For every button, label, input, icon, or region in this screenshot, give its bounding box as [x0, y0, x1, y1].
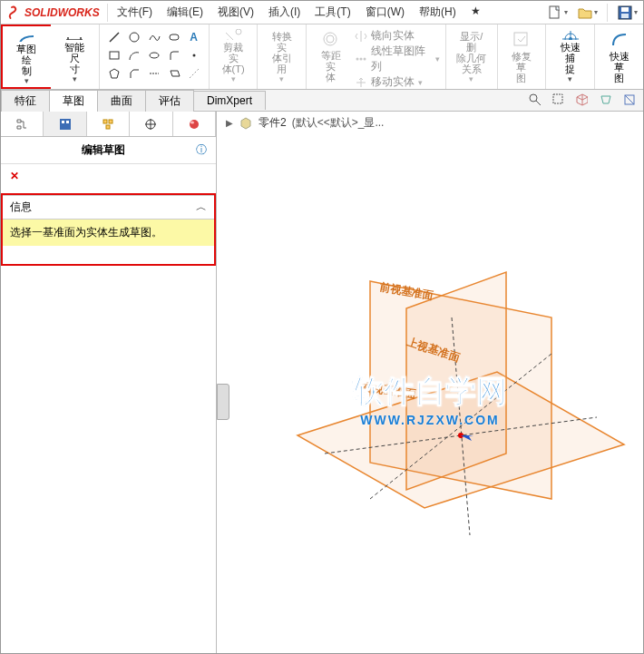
property-manager-tab[interactable]	[44, 112, 86, 136]
tab-dimxpert[interactable]: DimXpert	[193, 91, 266, 110]
qat-save-button[interactable]: ▾	[615, 3, 639, 23]
quick-sketch-button[interactable]: 快速草 图	[600, 26, 638, 86]
trim-icon	[222, 29, 244, 40]
zoom-area-button[interactable]	[549, 92, 567, 108]
convert-entities-button[interactable]: 转换实 体引用 ▾	[263, 26, 300, 86]
svg-point-38	[190, 120, 199, 129]
offset-entities-button[interactable]: 等距实 体	[312, 26, 349, 86]
right-plane[interactable]	[406, 272, 506, 490]
tab-feature[interactable]: 特征	[1, 90, 50, 112]
svg-line-5	[110, 33, 119, 42]
point-tool[interactable]	[185, 47, 203, 63]
property-manager-panel: 编辑草图 ⓘ ✕ 信息 ︿ 选择一基准面为实体生成草图。	[1, 112, 217, 654]
menu-view[interactable]: 视图(V)	[210, 1, 261, 24]
svg-rect-33	[109, 120, 112, 123]
view-toolbar	[525, 92, 638, 108]
part-name[interactable]: 零件2	[259, 115, 287, 131]
svg-point-16	[356, 58, 359, 61]
property-icon	[58, 117, 73, 132]
menu-edit[interactable]: 编辑(E)	[160, 1, 210, 24]
menu-tools[interactable]: 工具(T)	[307, 1, 357, 24]
panel-title: 编辑草图	[82, 142, 125, 158]
mirror-entities-button[interactable]: 镜向实体	[355, 28, 439, 44]
svg-rect-7	[170, 34, 179, 40]
spline-tool[interactable]	[145, 29, 163, 45]
svg-point-24	[530, 94, 537, 102]
svg-point-10	[192, 54, 195, 57]
section-view-button[interactable]	[620, 92, 638, 108]
construction-tool[interactable]	[185, 65, 203, 82]
tab-sketch[interactable]: 草图	[49, 90, 98, 112]
svg-rect-3	[621, 14, 629, 18]
zoom-fit-button[interactable]	[525, 92, 543, 108]
svg-point-6	[130, 33, 139, 42]
quick-snap-button[interactable]: 快速捕 捉 ▾	[551, 26, 589, 86]
breadcrumb: ▶ 零件2 (默认<<默认>_显...	[226, 115, 384, 131]
svg-line-25	[536, 101, 541, 105]
trim-button[interactable]: 剪裁实 体(T) ▾	[215, 26, 252, 86]
expand-tree-icon[interactable]: ▶	[226, 118, 233, 128]
graphics-viewport[interactable]: ▶ 零件2 (默认<<默认>_显... 前视基准面 上视基准面 右视基准面	[217, 112, 643, 654]
panel-tabs	[1, 112, 216, 137]
menu-search[interactable]: ★	[463, 1, 488, 24]
feature-tree-tab[interactable]	[1, 112, 44, 136]
tab-surface[interactable]: 曲面	[97, 90, 146, 112]
sketch-draw-button[interactable]: 草图绘 制 ▾	[8, 28, 45, 88]
show-delete-relations-button[interactable]: 显示/删 除几何 关系 ▾	[452, 26, 492, 86]
collapse-info-button[interactable]: ︿	[196, 200, 207, 215]
smart-dimension-button[interactable]: 智能尺 寸 ▾	[56, 26, 93, 86]
fillet-tool[interactable]	[165, 47, 183, 63]
info-section: 信息 ︿ 选择一基准面为实体生成草图。	[1, 193, 216, 266]
menu-help[interactable]: 帮助(H)	[412, 1, 463, 24]
chamfer-tool[interactable]	[125, 65, 143, 82]
line-tool[interactable]	[105, 29, 123, 45]
menu-file[interactable]: 文件(F)	[110, 1, 160, 24]
plane-tool[interactable]	[165, 65, 183, 82]
open-folder-icon	[577, 5, 593, 21]
move-icon	[355, 76, 367, 89]
polygon-tool[interactable]	[105, 65, 123, 82]
dimxpert-tab[interactable]	[130, 112, 172, 136]
move-entities-button[interactable]: 移动实体▾	[355, 74, 439, 90]
tab-evaluate[interactable]: 评估	[145, 90, 194, 112]
polygon-icon	[108, 67, 121, 80]
arc-icon	[128, 49, 141, 62]
close-property-button[interactable]: ✕	[1, 164, 216, 188]
configuration-tab[interactable]	[87, 112, 130, 136]
panel-splitter[interactable]	[217, 384, 229, 420]
display-style-button[interactable]	[596, 92, 614, 108]
arc-tool[interactable]	[125, 47, 143, 63]
svg-line-13	[190, 69, 199, 78]
qat-open-button[interactable]: ▾	[575, 3, 600, 23]
text-tool[interactable]: A	[185, 29, 203, 45]
appearance-tab[interactable]	[173, 112, 216, 136]
view-orientation-button[interactable]	[572, 92, 590, 108]
ellipse-icon	[148, 49, 161, 62]
svg-rect-32	[103, 120, 107, 123]
mirror-icon	[355, 30, 367, 43]
snap-icon	[560, 29, 581, 40]
menu-window[interactable]: 窗口(W)	[358, 1, 412, 24]
menu-bar: SOLIDWORKS 文件(F) 编辑(E) 视图(V) 插入(I) 工具(T)…	[1, 1, 643, 24]
construction-icon	[188, 67, 200, 80]
help-button[interactable]: ⓘ	[196, 142, 207, 158]
svg-rect-34	[106, 125, 110, 129]
repair-sketch-button[interactable]: 修复草 图	[503, 26, 541, 86]
info-message: 选择一基准面为实体生成草图。	[3, 220, 214, 246]
part-state: (默认<<默认>_显...	[292, 115, 385, 131]
circle-icon	[128, 31, 141, 44]
qat-new-button[interactable]: ▾	[545, 3, 570, 23]
spline-icon	[148, 31, 161, 44]
rectangle-tool[interactable]	[105, 47, 123, 63]
centerline-tool[interactable]	[145, 65, 163, 82]
menu-insert[interactable]: 插入(I)	[261, 1, 307, 24]
appearance-icon	[187, 117, 201, 132]
quick-access-toolbar: ▾ ▾ ▾	[542, 1, 643, 24]
linear-pattern-button[interactable]: 线性草图阵列▾	[355, 44, 439, 74]
slot-tool[interactable]	[165, 29, 183, 45]
svg-rect-30	[62, 121, 64, 123]
ellipse-tool[interactable]	[145, 47, 163, 63]
circle-tool[interactable]	[125, 29, 143, 45]
section-icon	[622, 93, 635, 107]
command-tabs: 特征 草图 曲面 评估 DimXpert	[1, 90, 643, 112]
